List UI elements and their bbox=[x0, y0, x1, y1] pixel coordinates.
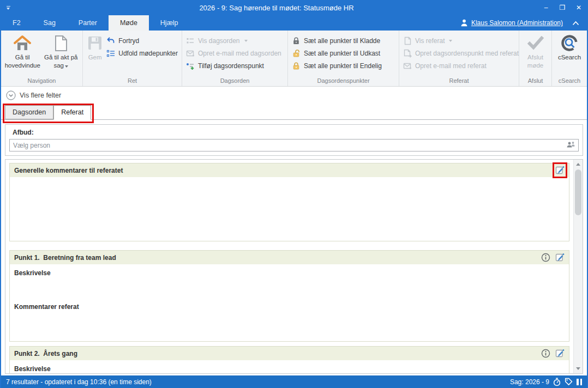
people-picker-icon bbox=[566, 141, 575, 149]
undo-button[interactable]: Fortryd bbox=[105, 35, 179, 46]
scroll-down-icon[interactable] bbox=[574, 364, 583, 373]
mail-icon bbox=[403, 62, 412, 70]
document-icon bbox=[54, 35, 68, 52]
lock-closed-yellow-icon bbox=[292, 62, 301, 70]
group-label-referat: Referat bbox=[401, 77, 517, 86]
info-icon[interactable] bbox=[541, 253, 550, 262]
save-button[interactable]: Gem bbox=[85, 31, 105, 62]
tab-referat[interactable]: Referat bbox=[53, 105, 91, 120]
edit-icon[interactable] bbox=[555, 253, 565, 262]
ribbon-group-ret: Gem Fortryd Udfold mødepunkter Ret bbox=[83, 31, 182, 86]
user-menu[interactable]: Klaus Salomon (Administration) bbox=[460, 19, 563, 27]
section-title: Generelle kommentarer til referatet bbox=[14, 167, 555, 174]
set-all-items-endelig-label: Sæt alle punkter til Endelig bbox=[304, 62, 382, 70]
menu-tab-f2[interactable]: F2 bbox=[1, 15, 32, 31]
go-to-main-window-button[interactable]: Gå til hovedvindue bbox=[3, 31, 42, 70]
go-to-record-on-case-button[interactable]: Gå til akt på sag bbox=[42, 31, 81, 70]
ribbon-group-dagsordenspunkter: Sæt alle punkter til Kladde Sæt alle pun… bbox=[288, 31, 399, 86]
expand-meeting-items-label: Udfold mødepunkter bbox=[118, 50, 178, 57]
vertical-scrollbar[interactable] bbox=[573, 160, 583, 373]
section-general-comments: Generelle kommentarer til referatet bbox=[9, 163, 569, 241]
csearch-button[interactable]: cSearch bbox=[554, 31, 585, 62]
minimize-button[interactable]: – bbox=[538, 0, 554, 15]
ribbon-group-afslut: Afslut møde Afslut bbox=[519, 31, 552, 86]
statusbar: 7 resultater - opdateret i dag 10:36 (en… bbox=[1, 375, 587, 388]
end-meeting-button[interactable]: Afslut møde bbox=[521, 31, 549, 70]
section-body[interactable]: Beskrivelse bbox=[10, 360, 569, 374]
create-email-with-minutes-button[interactable]: Opret e-mail med referat bbox=[401, 60, 520, 71]
group-label-afslut: Afslut bbox=[521, 77, 549, 86]
dropdown-caret-icon bbox=[244, 40, 248, 42]
section-punkt-1: Punkt 1. Beretning fra team lead Beskriv… bbox=[9, 250, 569, 342]
tag-icon[interactable] bbox=[565, 378, 573, 386]
menu-tab-sag[interactable]: Sag bbox=[32, 15, 67, 31]
maximize-button[interactable]: ❐ bbox=[554, 0, 571, 15]
undo-label: Fortryd bbox=[118, 37, 139, 45]
stopwatch-icon[interactable] bbox=[553, 378, 561, 386]
menu-tab-hjaelp[interactable]: Hjælp bbox=[149, 15, 190, 31]
section-title: Punkt 2. Årets gang bbox=[14, 350, 541, 357]
csearch-logo-icon bbox=[561, 34, 578, 52]
add-agenda-item-label: Tilføj dagsordenspunkt bbox=[198, 62, 264, 70]
ribbon-group-dagsorden: Vis dagsorden Opret e-mail med dagsorden… bbox=[182, 31, 288, 86]
page-icon bbox=[403, 37, 412, 45]
end-meeting-label: Afslut møde bbox=[521, 53, 549, 70]
lock-open-yellow-icon bbox=[292, 49, 301, 58]
main-content: Afbud: Generelle kommentarer til referat… bbox=[1, 120, 587, 375]
sections-panel: Generelle kommentarer til referatet Punk… bbox=[5, 159, 583, 374]
csearch-label: cSearch bbox=[558, 53, 581, 62]
circle-chevron-icon bbox=[6, 90, 16, 100]
section-header: Punkt 2. Årets gang bbox=[10, 347, 569, 360]
show-agenda-label: Vis dagsorden bbox=[198, 37, 240, 45]
edit-icon[interactable] bbox=[555, 349, 565, 358]
section-punkt-2: Punkt 2. Årets gang Beskrivelse bbox=[9, 346, 569, 374]
tab-dagsorden[interactable]: Dagsorden bbox=[5, 105, 53, 119]
set-all-items-kladde-label: Sæt alle punkter til Kladde bbox=[304, 37, 380, 45]
ribbon-group-navigation: Gå til hovedvindue Gå til akt på sag Nav… bbox=[1, 31, 83, 86]
lock-closed-gray-icon bbox=[292, 37, 301, 45]
create-email-with-agenda-label: Opret e-mail med dagsorden bbox=[198, 50, 281, 57]
create-email-with-minutes-label: Opret e-mail med referat bbox=[415, 62, 487, 70]
expand-meeting-items-button[interactable]: Udfold mødepunkter bbox=[105, 48, 179, 59]
menu-tab-moede[interactable]: Møde bbox=[109, 15, 149, 31]
section-body[interactable]: Beskrivelse Kommentarer referat bbox=[10, 264, 569, 341]
quick-access-icon[interactable] bbox=[1, 6, 15, 10]
status-results-text: 7 resultater - opdateret i dag 10:36 (en… bbox=[6, 378, 152, 386]
group-label-dagsordenspunkter: Dagsordenspunkter bbox=[290, 77, 397, 86]
info-icon[interactable] bbox=[541, 349, 550, 358]
section-header: Punkt 1. Beretning fra team lead bbox=[10, 251, 569, 264]
collapse-ribbon-button[interactable] bbox=[567, 21, 584, 26]
user-icon bbox=[460, 19, 469, 27]
group-label-navigation: Navigation bbox=[3, 77, 80, 86]
field-label-kommentarer-referat: Kommentarer referat bbox=[14, 277, 565, 311]
section-body[interactable] bbox=[10, 177, 569, 241]
add-agenda-item-icon bbox=[186, 62, 195, 70]
menu-tab-parter[interactable]: Parter bbox=[67, 15, 109, 31]
create-agenda-item-with-minutes-label: Opret dagsordenspunkt med referat bbox=[415, 50, 519, 57]
ribbon: Gå til hovedvindue Gå til akt på sag Nav… bbox=[1, 31, 587, 87]
afbud-person-input[interactable] bbox=[9, 139, 579, 151]
show-minutes-button[interactable]: Vis referat bbox=[401, 35, 520, 46]
show-agenda-button[interactable]: Vis dagsorden bbox=[184, 35, 283, 46]
scrollbar-thumb[interactable] bbox=[575, 169, 581, 215]
set-all-items-udkast-button[interactable]: Sæt alle punkter til Udkast bbox=[290, 48, 383, 59]
set-all-items-kladde-button[interactable]: Sæt alle punkter til Kladde bbox=[290, 35, 383, 46]
create-email-with-agenda-button[interactable]: Opret e-mail med dagsorden bbox=[184, 48, 283, 59]
set-all-items-endelig-button[interactable]: Sæt alle punkter til Endelig bbox=[290, 60, 383, 71]
section-header: Generelle kommentarer til referatet bbox=[10, 163, 569, 177]
show-minutes-label: Vis referat bbox=[415, 37, 445, 45]
ribbon-group-referat: Vis referat Opret dagsordenspunkt med re… bbox=[399, 31, 519, 86]
create-agenda-item-with-minutes-button[interactable]: Opret dagsordenspunkt med referat bbox=[401, 48, 520, 59]
scroll-up-icon[interactable] bbox=[574, 160, 583, 169]
undo-icon bbox=[106, 37, 115, 45]
window-title: 2026 - 9: Sag hørende til mødet: Statusm… bbox=[15, 4, 538, 12]
people-picker-button[interactable] bbox=[566, 141, 575, 151]
close-button[interactable]: ✕ bbox=[571, 0, 587, 15]
group-label-ret: Ret bbox=[85, 77, 179, 86]
mail-icon bbox=[186, 49, 195, 58]
add-agenda-item-button[interactable]: Tilføj dagsordenspunkt bbox=[184, 60, 283, 71]
pause-icon[interactable] bbox=[577, 379, 582, 385]
edit-icon[interactable] bbox=[555, 166, 565, 175]
tabstrip: Dagsorden Referat bbox=[1, 104, 587, 120]
show-more-fields-toggle[interactable]: Vis flere felter bbox=[1, 87, 587, 104]
